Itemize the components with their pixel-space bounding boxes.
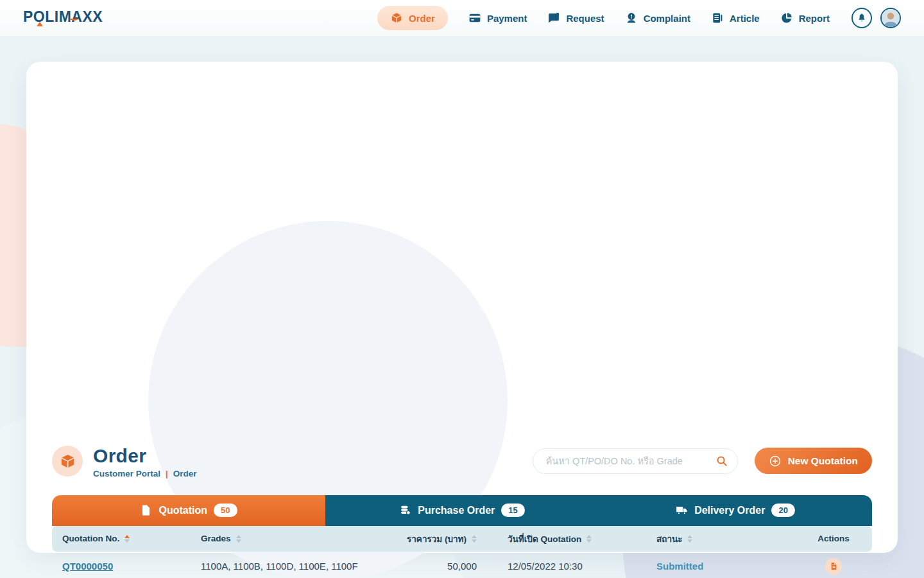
bell-icon: [857, 12, 867, 24]
page-title: Order: [93, 446, 197, 466]
new-quotation-label: New Quotation: [788, 455, 858, 467]
box-icon: [390, 12, 403, 24]
nav-item-label: Article: [730, 13, 760, 24]
tab-delivery-order[interactable]: Delivery Order20: [599, 495, 872, 526]
search-box: [533, 448, 738, 474]
top-nav: POLIMAXX OrderPaymentRequestComplaintArt…: [0, 0, 924, 36]
column-header-status[interactable]: สถานะ: [656, 532, 795, 546]
column-label: Grades: [201, 534, 231, 543]
nav-item-article[interactable]: Article: [711, 12, 760, 24]
tab-quotation[interactable]: Quotation50: [52, 495, 325, 526]
order-card: Order Customer Portal | Order New Quotat…: [26, 62, 898, 553]
brand-logo[interactable]: POLIMAXX: [23, 8, 117, 28]
user-avatar[interactable]: [880, 8, 901, 28]
document-icon: [140, 504, 152, 516]
card-header: Order Customer Portal | Order New Quotat…: [52, 446, 872, 478]
table-row: QT00000501100A, 1100B, 1100D, 1100E, 110…: [52, 552, 872, 578]
nav-right: [851, 8, 901, 28]
tab-purchase-order[interactable]: Purchase Order15: [325, 495, 599, 526]
sort-icon: [236, 535, 241, 543]
quotation-no-cell: QT0000050: [52, 561, 201, 572]
quotation-link[interactable]: QT0000050: [62, 561, 113, 572]
logo-accent-icon: [70, 17, 78, 21]
pie-chart-icon: [780, 12, 793, 24]
coins-icon: [399, 504, 411, 516]
breadcrumb-separator: |: [166, 469, 168, 478]
logo-accent-icon: [37, 22, 43, 26]
tab-label: Quotation: [158, 505, 207, 516]
nav-item-complaint[interactable]: Complaint: [625, 12, 690, 24]
tab-count-badge: 15: [501, 504, 524, 517]
column-label: สถานะ: [656, 532, 682, 546]
document-icon: [830, 562, 838, 570]
nav-item-label: Order: [409, 13, 435, 24]
table-header-row: Quotation No.Gradesราคารวม (บาท)วันที่เป…: [52, 526, 872, 552]
credit-card-icon: [468, 12, 481, 24]
article-icon: [711, 12, 724, 24]
nav-item-label: Report: [799, 13, 830, 24]
column-header-total-baht[interactable]: ราคารวม (บาท): [392, 532, 477, 546]
status-cell: Submitted: [656, 561, 795, 572]
box-icon: [52, 446, 83, 477]
column-header-quotation-no[interactable]: Quotation No.: [52, 534, 201, 543]
header-actions: New Quotation: [533, 448, 872, 474]
column-header-quotation-date[interactable]: วันที่เปิด Quotation: [477, 532, 656, 546]
breadcrumb-parent[interactable]: Customer Portal: [93, 469, 160, 478]
complaint-icon: [625, 12, 638, 24]
column-label: Actions: [817, 534, 850, 543]
column-header-grades[interactable]: Grades: [201, 534, 392, 543]
actions-cell: [795, 558, 872, 575]
plus-circle-icon: [769, 455, 782, 468]
truck-icon: [676, 504, 688, 516]
nav-item-label: Payment: [487, 13, 527, 24]
search-icon[interactable]: [715, 455, 728, 468]
tab-label: Delivery Order: [694, 505, 765, 516]
new-quotation-button[interactable]: New Quotation: [755, 448, 872, 474]
column-label: Quotation No.: [62, 534, 119, 543]
notifications-button[interactable]: [851, 8, 872, 28]
table-body: QT00000501100A, 1100B, 1100D, 1100E, 110…: [52, 552, 872, 578]
sort-icon: [124, 535, 130, 543]
status-label: Submitted: [656, 561, 703, 572]
sort-icon: [687, 535, 692, 543]
sort-icon: [472, 535, 477, 543]
nav-item-label: Request: [566, 13, 604, 24]
nav-menu: OrderPaymentRequestComplaintArticleRepor…: [377, 6, 830, 30]
column-label: ราคารวม (บาท): [407, 532, 466, 546]
column-header-actions: Actions: [795, 534, 872, 543]
tab-count-badge: 20: [771, 504, 794, 517]
sort-icon: [586, 535, 592, 543]
nav-item-request[interactable]: Request: [547, 12, 604, 24]
nav-item-order[interactable]: Order: [377, 6, 448, 30]
nav-item-payment[interactable]: Payment: [468, 12, 527, 24]
total-cell: 50,000: [392, 561, 477, 572]
nav-item-label: Complaint: [644, 13, 690, 24]
tab-count-badge: 50: [214, 504, 237, 517]
view-button[interactable]: [825, 558, 842, 575]
page-titles: Order Customer Portal | Order: [93, 446, 197, 478]
chat-icon: [547, 12, 560, 24]
breadcrumb: Customer Portal | Order: [93, 469, 197, 478]
nav-item-report[interactable]: Report: [780, 12, 830, 24]
brand-name: POLIMAXX: [23, 8, 103, 25]
column-label: วันที่เปิด Quotation: [508, 532, 581, 546]
breadcrumb-current: Order: [173, 469, 197, 478]
tab-label: Purchase Order: [418, 505, 495, 516]
grades-cell: 1100A, 1100B, 1100D, 1100E, 1100F: [201, 561, 392, 572]
search-input[interactable]: [533, 448, 738, 474]
date-cell: 12/05/2022 10:30: [477, 561, 656, 572]
tab-bar: Quotation50Purchase Order15Delivery Orde…: [52, 495, 872, 526]
